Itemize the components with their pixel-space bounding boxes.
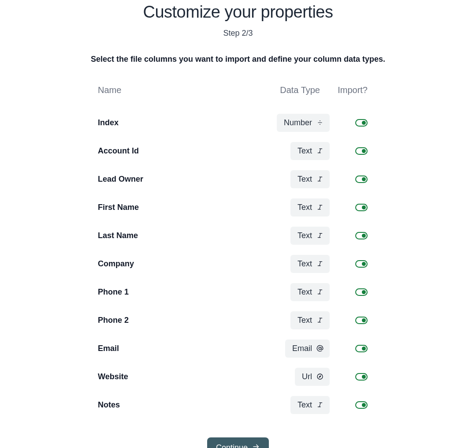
table-row: IndexNumber [97, 108, 379, 137]
text-icon [316, 288, 324, 295]
svg-line-19 [320, 290, 320, 294]
import-toggle[interactable] [355, 401, 368, 409]
import-toggle-cell [330, 119, 369, 127]
datatype-label: Text [298, 259, 312, 269]
datatype-selector[interactable]: Text [290, 198, 330, 217]
col-header-import: Import? [330, 85, 369, 95]
import-toggle[interactable] [355, 345, 368, 352]
toggle-knob [362, 290, 366, 294]
text-icon [316, 317, 324, 324]
svg-marker-26 [319, 376, 321, 377]
property-name: Last Name [98, 231, 250, 240]
datatype-label: Text [298, 203, 312, 212]
svg-point-1 [320, 120, 320, 121]
datatype-cell: Url [250, 368, 330, 386]
toggle-knob [362, 262, 366, 266]
import-toggle[interactable] [355, 204, 368, 211]
import-toggle[interactable] [355, 373, 368, 381]
datatype-cell: Text [250, 227, 330, 245]
datatype-cell: Text [250, 396, 330, 414]
text-icon [316, 401, 324, 408]
property-name: Lead Owner [98, 175, 250, 184]
toggle-knob [362, 234, 366, 238]
table-row: NotesText [97, 391, 379, 419]
property-name: Index [98, 118, 250, 127]
text-icon [316, 147, 324, 154]
datatype-label: Text [298, 400, 312, 410]
import-toggle-cell [330, 288, 369, 296]
import-toggle[interactable] [355, 232, 368, 239]
datatype-selector[interactable]: Text [290, 227, 330, 245]
toggle-knob [362, 149, 366, 153]
datatype-label: Number [284, 118, 312, 127]
datatype-label: Text [298, 146, 312, 156]
datatype-cell: Email [250, 340, 330, 358]
svg-line-10 [320, 205, 320, 209]
email-icon [316, 345, 324, 352]
datatype-label: Text [298, 316, 312, 325]
svg-point-25 [317, 374, 323, 379]
property-name: Notes [98, 400, 250, 410]
datatype-cell: Text [250, 170, 330, 188]
datatype-label: Url [302, 372, 312, 381]
toggle-knob [362, 318, 366, 322]
datatype-label: Text [298, 287, 312, 297]
import-toggle[interactable] [355, 288, 368, 296]
datatype-cell: Text [250, 255, 330, 273]
table-row: EmailEmail [97, 334, 379, 362]
import-toggle-cell [330, 147, 369, 155]
svg-point-2 [320, 124, 320, 125]
svg-line-4 [320, 149, 320, 153]
datatype-label: Email [292, 344, 312, 353]
datatype-selector[interactable]: Text [290, 396, 330, 414]
datatype-cell: Text [250, 142, 330, 160]
step-indicator: Step 2/3 [223, 29, 253, 38]
datatype-selector[interactable]: Text [290, 142, 330, 160]
svg-point-24 [319, 347, 321, 349]
import-toggle[interactable] [355, 260, 368, 268]
table-row: CompanyText [97, 250, 379, 278]
import-toggle[interactable] [355, 317, 368, 324]
toggle-knob [362, 347, 366, 351]
import-toggle-cell [330, 401, 369, 409]
datatype-selector[interactable]: Text [290, 170, 330, 188]
datatype-label: Text [298, 231, 312, 240]
properties-table: Name Data Type Import? IndexNumberAccoun… [97, 85, 379, 419]
import-toggle[interactable] [355, 175, 368, 183]
datatype-cell: Text [250, 283, 330, 301]
continue-button[interactable]: Continue [207, 437, 269, 448]
datatype-selector[interactable]: Email [285, 340, 330, 358]
datatype-selector[interactable]: Url [295, 368, 330, 386]
text-icon [316, 175, 324, 183]
import-toggle[interactable] [355, 147, 368, 155]
property-name: Phone 1 [98, 287, 250, 297]
table-row: Account IdText [97, 137, 379, 165]
datatype-selector[interactable]: Text [290, 255, 330, 273]
toggle-knob [362, 403, 366, 407]
text-icon [316, 260, 324, 267]
table-row: Phone 1Text [97, 278, 379, 306]
property-name: Company [98, 259, 250, 269]
table-header-row: Name Data Type Import? [97, 85, 379, 95]
property-name: Account Id [98, 146, 250, 156]
datatype-label: Text [298, 175, 312, 184]
property-name: Website [98, 372, 250, 381]
svg-line-7 [320, 177, 320, 181]
text-icon [316, 204, 324, 211]
table-row: WebsiteUrl [97, 362, 379, 391]
property-name: Email [98, 344, 250, 353]
import-toggle[interactable] [355, 119, 368, 127]
datatype-selector[interactable]: Number [277, 114, 330, 132]
toggle-knob [362, 375, 366, 379]
datatype-cell: Text [250, 198, 330, 217]
arrow-right-icon [252, 443, 260, 448]
datatype-cell: Text [250, 311, 330, 329]
datatype-selector[interactable]: Text [290, 283, 330, 301]
table-row: Lead OwnerText [97, 165, 379, 193]
datatype-cell: Number [250, 114, 330, 132]
import-toggle-cell [330, 232, 369, 239]
toggle-knob [362, 205, 366, 209]
table-row: First NameText [97, 193, 379, 221]
toggle-knob [362, 121, 366, 125]
datatype-selector[interactable]: Text [290, 311, 330, 329]
